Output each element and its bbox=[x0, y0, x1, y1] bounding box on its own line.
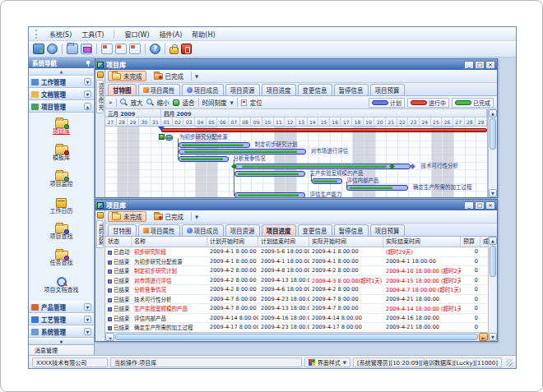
table-row[interactable]: 已结束制定初步研究计划2009-4-2 8:00:002009-4-8 18:0… bbox=[105, 266, 488, 276]
globe-icon[interactable] bbox=[47, 44, 58, 54]
table-row[interactable]: 已结束分析竞争情况2009-4-2 8:00:002009-4-6 18:00:… bbox=[105, 285, 488, 295]
scroll-up-icon[interactable]: ▲ bbox=[489, 109, 497, 118]
tab-项目成员[interactable]: 项目成员 bbox=[182, 224, 224, 236]
close-button[interactable]: × bbox=[485, 201, 495, 210]
help-icon[interactable]: ? bbox=[150, 44, 160, 54]
tab-项目资源[interactable]: 项目资源 bbox=[225, 84, 260, 95]
gantt-chart-body[interactable]: 为初步研究分配资源制定初步研究计划对市场进行评估分析竞争情况技术可行性分析生产实… bbox=[105, 127, 487, 197]
column-header-成[interactable]: 成 bbox=[480, 237, 488, 247]
scroll-up-icon[interactable]: ▲ bbox=[489, 237, 497, 245]
gantt-bar-生产实验室规模的产品[interactable] bbox=[234, 171, 305, 177]
menu-item-2[interactable]: 窗口(W) bbox=[124, 30, 149, 39]
network-icon[interactable] bbox=[33, 44, 44, 54]
table-row[interactable]: 已结束技术可行性分析2009-4-7 8:00:002009-4-23 18:0… bbox=[105, 295, 488, 305]
tab-甘特图[interactable]: 甘特图 bbox=[108, 224, 137, 236]
project-folder-vertical-tab[interactable]: 项目文件夹 bbox=[96, 80, 104, 113]
gantt-bar-确定生产所需的加工过程[interactable] bbox=[346, 185, 408, 191]
fit-button[interactable]: 适合 bbox=[183, 98, 195, 107]
gantt-bar-为初步研究分配资源[interactable] bbox=[165, 135, 173, 141]
gantt-bar-制定初步研究计划[interactable] bbox=[179, 142, 250, 148]
gantt-window-titlebar[interactable]: 项目库 _ □ × bbox=[95, 59, 497, 70]
scroll-thumb[interactable] bbox=[490, 246, 496, 277]
filter-未完成[interactable]: 未完成 bbox=[108, 71, 146, 81]
maximize-button[interactable]: □ bbox=[475, 201, 485, 210]
gantt-vertical-scrollbar[interactable]: ▲ ▼ bbox=[488, 109, 497, 197]
pin-icon[interactable] bbox=[86, 60, 90, 67]
sidebar-group-项目管理[interactable]: 项目管理▲ bbox=[29, 100, 94, 113]
locate-button[interactable]: 定位 bbox=[250, 98, 262, 107]
table-row[interactable]: 已结束生产实验室规模的产品2009-4-7 8:00:002009-4-13 1… bbox=[105, 304, 488, 314]
tab-变更信息[interactable]: 变更信息 bbox=[298, 224, 332, 236]
menu-item-3[interactable]: 插件(A) bbox=[160, 30, 183, 39]
tab-甘特图[interactable]: 甘特图 bbox=[108, 84, 137, 95]
ui-style-button[interactable]: 界面样式 ▼ bbox=[304, 357, 350, 367]
report-delete-icon[interactable] bbox=[129, 44, 141, 54]
filter-已完成[interactable]: 已完成 bbox=[150, 71, 188, 81]
resize-grip[interactable] bbox=[506, 358, 513, 367]
chevron-down-icon[interactable]: ▼ bbox=[84, 78, 91, 85]
folder-save-icon[interactable] bbox=[81, 44, 92, 54]
sidebar-item-项目查找[interactable]: 项目查找 bbox=[50, 224, 73, 241]
chevron-down-icon[interactable]: ▼ bbox=[84, 328, 91, 335]
table-row[interactable]: 已结束对市场进行评估2009-4-2 8:00:002009-4-13 18:0… bbox=[105, 276, 488, 286]
sidebar-group-文档管理[interactable]: 文档管理▼ bbox=[29, 88, 94, 100]
tab-项目预算[interactable]: 项目预算 bbox=[370, 84, 405, 95]
sidebar-item-工作日历[interactable]: 工作日历 bbox=[50, 198, 73, 215]
tab-变更信息[interactable]: 变更信息 bbox=[298, 84, 332, 95]
report-icon[interactable] bbox=[101, 44, 113, 54]
tab-项目进度[interactable]: 项目进度 bbox=[262, 84, 296, 95]
tab-暂停信息[interactable]: 暂停信息 bbox=[334, 224, 369, 236]
column-header-状态[interactable]: 状态 bbox=[105, 237, 132, 247]
sidebar-group-工艺管理[interactable]: 工艺管理▼ bbox=[29, 313, 94, 325]
table-row[interactable]: 已结束确定生产所需的加工过程2009-4-17 8:00:002009-4-23… bbox=[105, 323, 488, 332]
tab-项目预算[interactable]: 项目预算 bbox=[370, 224, 405, 236]
close-button[interactable]: × bbox=[485, 61, 495, 69]
sidebar-item-项目文档查找[interactable]: 项目文档查找 bbox=[44, 277, 79, 294]
gantt-bar-评估生产能力[interactable] bbox=[234, 192, 305, 197]
column-header-计划开始时间[interactable]: 计划开始时间 bbox=[207, 237, 258, 247]
menu-item-4[interactable]: 帮助(H) bbox=[192, 30, 215, 39]
chevron-down-icon[interactable]: ▼ bbox=[195, 214, 198, 219]
tab-项目成员[interactable]: 项目成员 bbox=[182, 84, 224, 95]
table-horizontal-scrollbar[interactable]: ◄ ► bbox=[105, 332, 488, 341]
minimize-button[interactable]: _ bbox=[464, 201, 474, 210]
minimize-button[interactable]: _ bbox=[464, 61, 474, 69]
chevron-down-icon[interactable]: ▼ bbox=[230, 100, 234, 105]
gantt-bar-对市场进行评估[interactable] bbox=[179, 149, 307, 154]
sidebar-item-项目监控[interactable]: 项目监控 bbox=[50, 172, 73, 188]
time-scale-button[interactable]: 时间刻度 bbox=[202, 98, 227, 107]
table-row[interactable]: 已结束评估内部产品2009-4-14 8:00:002009-4-16 18:0… bbox=[105, 314, 488, 324]
folder-icon[interactable] bbox=[67, 44, 78, 54]
scroll-down-icon[interactable]: ▼ bbox=[489, 189, 497, 197]
chevron-down-icon[interactable]: ▼ bbox=[195, 74, 198, 79]
sidebar-scroll-down-button[interactable]: ▼ bbox=[29, 338, 94, 344]
table-row[interactable]: 已结束为初步研究分配资源2009-4-1 8:00:002009-4-1 18:… bbox=[105, 257, 488, 267]
column-header-实际开始时间[interactable]: 实际开始时间 bbox=[309, 237, 383, 247]
scroll-right-icon[interactable]: ► bbox=[479, 333, 488, 341]
toolbar-overflow-button[interactable]: » bbox=[109, 99, 113, 106]
filter-已完成[interactable]: 已完成 bbox=[150, 211, 188, 222]
tab-项目资源[interactable]: 项目资源 bbox=[225, 224, 260, 236]
chevron-up-icon[interactable]: ▲ bbox=[84, 103, 91, 110]
column-header-实际结束时间[interactable]: 实际结束时间 bbox=[383, 237, 461, 247]
gantt-bar-技术可行性分析[interactable] bbox=[234, 164, 411, 169]
filter-未完成[interactable]: 未完成 bbox=[108, 211, 146, 222]
sidebar-group-系统管理[interactable]: 系统管理▼ bbox=[29, 325, 94, 338]
maximize-button[interactable]: □ bbox=[475, 61, 485, 69]
chevron-down-icon[interactable]: ▼ bbox=[84, 90, 91, 98]
column-header-预算[interactable]: 预算 bbox=[461, 237, 480, 247]
tab-暂停信息[interactable]: 暂停信息 bbox=[334, 84, 369, 95]
sidebar-item-项目库[interactable]: 项目库 bbox=[53, 119, 70, 136]
tab-项目进度[interactable]: 项目进度 bbox=[262, 224, 296, 236]
column-header-计划结束时间[interactable]: 计划结束时间 bbox=[258, 237, 309, 247]
gantt-bar-评估内部产品[interactable] bbox=[312, 178, 342, 184]
menu-item-1[interactable]: 工具(T) bbox=[81, 30, 104, 39]
chevron-down-icon[interactable]: ▼ bbox=[84, 303, 91, 311]
tab-项目属性[interactable]: 项目属性 bbox=[138, 224, 180, 236]
scroll-thumb[interactable] bbox=[115, 334, 478, 340]
sidebar-group-产品管理[interactable]: 产品管理▼ bbox=[29, 301, 94, 313]
current-object-vertical-tab[interactable]: 当前对象 bbox=[96, 220, 104, 248]
zoom-in-button[interactable]: 放大 bbox=[131, 98, 143, 107]
table-vertical-scrollbar[interactable]: ▲ ▼ bbox=[488, 237, 497, 341]
scroll-down-icon[interactable]: ▼ bbox=[489, 333, 497, 341]
